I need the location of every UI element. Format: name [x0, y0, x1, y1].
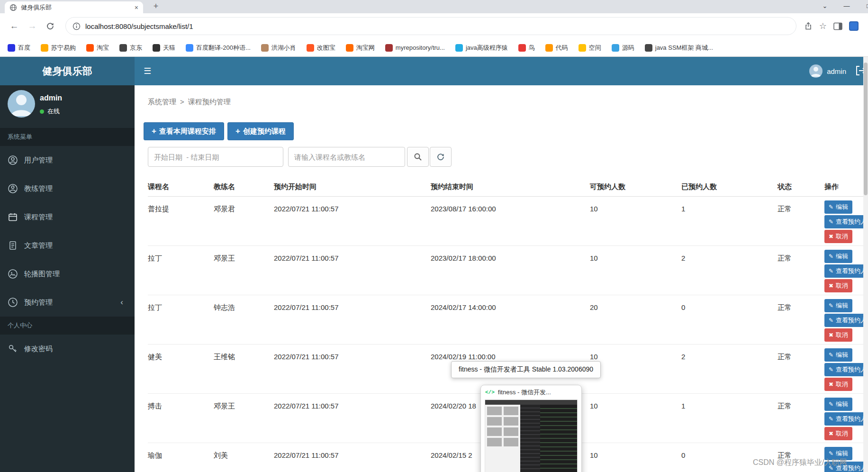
edit-button[interactable]: ✎编辑 — [824, 200, 852, 214]
edit-icon: ✎ — [829, 218, 833, 225]
bookmark[interactable]: java高级程序猿 — [455, 44, 508, 52]
bookmark-favicon — [186, 44, 193, 52]
avatar — [8, 90, 35, 118]
bookmark-favicon — [545, 44, 553, 52]
cancel-button[interactable]: ✖取消 — [824, 427, 852, 440]
bookmark-favicon — [645, 44, 652, 52]
bookmark[interactable]: java SSM框架 商城... — [645, 44, 713, 52]
bookmark-favicon — [8, 44, 15, 52]
plus-icon: + — [235, 127, 240, 136]
edit-button[interactable]: ✎编辑 — [824, 348, 852, 362]
preview-screenshot[interactable] — [485, 399, 578, 472]
keyword-input[interactable] — [288, 147, 405, 167]
bookmark-favicon — [86, 44, 94, 52]
search-button[interactable] — [407, 147, 429, 167]
cancel-button[interactable]: ✖取消 — [824, 230, 852, 243]
bookmark[interactable]: myrepository/tru... — [385, 44, 445, 52]
sidebar-item-articles[interactable]: 文章管理 — [0, 231, 135, 260]
window-preview-card[interactable]: </> fitness - 微信开发... — [480, 385, 582, 472]
coach-icon — [8, 183, 18, 194]
tab-close-icon[interactable]: × — [135, 4, 138, 11]
create-course-button[interactable]: + 创建预约课程 — [227, 122, 294, 140]
address-bar[interactable]: localhost:8080/subjectsmake/list/1 — [65, 17, 796, 35]
table-header-row: 课程名 教练名 预约开始时间 预约结束时间 可预约人数 已预约人数 状态 操作 — [148, 178, 868, 197]
cancel-icon: ✖ — [829, 233, 833, 240]
bookmark[interactable]: 淘宝网 — [346, 44, 375, 52]
bookmark-favicon — [261, 44, 269, 52]
edit-icon: ✎ — [829, 352, 833, 358]
user-icon — [8, 155, 18, 165]
header-user-menu[interactable]: admin — [809, 57, 846, 85]
col-coach: 教练名 — [214, 182, 274, 191]
week-schedule-button[interactable]: + 查看本周课程安排 — [144, 122, 224, 140]
refresh-button[interactable] — [430, 147, 452, 167]
minimize-button[interactable]: — — [836, 0, 858, 13]
search-icon — [414, 153, 422, 161]
cancel-button[interactable]: ✖取消 — [824, 279, 852, 292]
sidebar-item-courses[interactable]: 课程管理 — [0, 203, 135, 231]
view-bookers-button[interactable]: ✎查看预约人 — [824, 412, 868, 426]
sidebar-toggle-icon[interactable]: ☰ — [135, 57, 160, 85]
screen: 健身俱乐部 × + ⌄ — □ ← → localhost:8080/subje… — [0, 0, 868, 472]
col-actions: 操作 — [824, 182, 868, 191]
bookmark[interactable]: 洪湖小肖 — [261, 44, 296, 52]
sidebar-item-coaches[interactable]: 教练管理 — [0, 174, 135, 203]
sidebar-item-users[interactable]: 用户管理 — [0, 146, 135, 174]
scrollbar-thumb[interactable] — [864, 63, 868, 195]
bookmark[interactable]: 空间 — [579, 44, 601, 52]
scrollbar[interactable] — [863, 57, 868, 472]
tab-search-icon[interactable]: ⌄ — [814, 0, 836, 13]
edit-button[interactable]: ✎编辑 — [824, 250, 852, 263]
sidebar-item-reservations[interactable]: 预约管理 ‹ — [0, 288, 135, 317]
bookmark[interactable]: 百度 — [8, 44, 30, 52]
view-bookers-button[interactable]: ✎查看预约人 — [824, 215, 868, 228]
view-bookers-button[interactable]: ✎查看预约人 — [824, 314, 868, 327]
view-bookers-button[interactable]: ✎查看预约人 — [824, 363, 868, 376]
site-info-icon[interactable] — [72, 22, 81, 30]
bookmark[interactable]: 鸟 — [518, 44, 535, 52]
action-button-row: + 查看本周课程安排 + 创建预约课程 — [144, 122, 294, 140]
bookmark-favicon — [153, 44, 160, 52]
plus-icon: + — [152, 127, 156, 136]
view-bookers-button[interactable]: ✎查看预约人 — [824, 264, 868, 278]
preview-titlebar — [485, 400, 577, 405]
edit-button[interactable]: ✎编辑 — [824, 398, 852, 411]
preview-code-pane — [540, 405, 577, 472]
cancel-button[interactable]: ✖取消 — [824, 328, 852, 342]
bookmark[interactable]: 苏宁易购 — [41, 44, 76, 52]
maximize-button[interactable]: □ — [858, 0, 868, 13]
share-icon[interactable] — [804, 22, 813, 30]
breadcrumb-parent[interactable]: 系统管理 — [148, 98, 176, 107]
back-icon[interactable]: ← — [7, 18, 22, 34]
window-controls: ⌄ — □ — [814, 0, 868, 13]
bookmark-star-icon[interactable]: ☆ — [819, 21, 827, 31]
table-row: 拉丁 邓景王 2022/07/21 11:00:57 2023/02/17 18… — [148, 246, 868, 295]
browser-tab[interactable]: 健身俱乐部 × — [5, 1, 143, 13]
edit-button[interactable]: ✎编辑 — [824, 299, 852, 312]
edit-icon: ✎ — [829, 401, 833, 408]
preview-title: fitness - 微信开发... — [498, 388, 551, 397]
bookmark[interactable]: 改图宝 — [307, 44, 335, 52]
bookmark[interactable]: 淘宝 — [86, 44, 109, 52]
bookmark-favicon — [518, 44, 526, 52]
sidebar-item-change-password[interactable]: 修改密码 — [0, 335, 135, 363]
bookmark-favicon — [41, 44, 48, 52]
sidebar-section-personal: 个人中心 — [0, 317, 135, 335]
bookmark[interactable]: 京东 — [119, 44, 142, 52]
cancel-button[interactable]: ✖取消 — [824, 378, 852, 391]
new-tab-button[interactable]: + — [150, 1, 162, 12]
side-panel-icon[interactable] — [833, 22, 842, 30]
bookmark[interactable]: 源码 — [612, 44, 634, 52]
bookmark[interactable]: 天猫 — [153, 44, 175, 52]
sidebar-user-panel: admin 在线 — [0, 85, 135, 128]
reload-icon[interactable] — [43, 18, 58, 34]
sidebar-item-carousel[interactable]: 轮播图管理 — [0, 260, 135, 288]
bookmark[interactable]: 代码 — [545, 44, 568, 52]
preview-header: </> fitness - 微信开发... — [481, 385, 581, 399]
bookmark[interactable]: 百度翻译-200种语... — [186, 44, 251, 52]
date-range-input[interactable] — [148, 147, 283, 167]
sidebar-section-system: 系统菜单 — [0, 128, 135, 146]
extension-icon[interactable] — [849, 21, 859, 31]
forward-icon[interactable]: → — [25, 18, 40, 34]
brand-logo[interactable]: 健身俱乐部 — [0, 57, 135, 85]
